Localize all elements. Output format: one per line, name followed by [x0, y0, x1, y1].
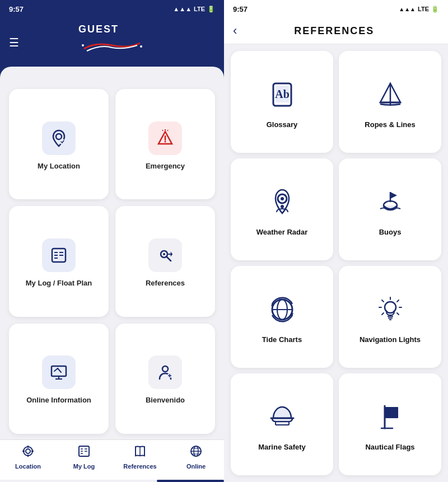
marine-safety-icon: [268, 403, 297, 436]
svg-point-23: [162, 366, 168, 372]
my-location-label: My Location: [38, 162, 80, 170]
globe-nav-icon: [189, 444, 203, 461]
nav-underline: [157, 480, 224, 482]
svg-line-21: [54, 368, 58, 371]
references-label: References: [146, 279, 185, 287]
online-icon-bg: [42, 355, 76, 389]
weather-label: Weather Radar: [256, 228, 308, 236]
grid-item-glossary[interactable]: Ab Glossary: [231, 51, 333, 153]
left-time: 9:57: [9, 5, 24, 13]
back-button[interactable]: ‹: [233, 24, 237, 38]
nautical-flags-icon: [376, 403, 405, 436]
grid-item-my-location[interactable]: My Location: [9, 89, 109, 199]
glossary-icon: Ab: [268, 80, 297, 114]
bienvenido-icon-bg: [148, 355, 182, 389]
buoys-label: Buoys: [379, 228, 402, 236]
grid-item-weather[interactable]: Weather Radar: [231, 158, 333, 260]
location-nav-icon: [21, 444, 35, 461]
svg-rect-9: [52, 249, 66, 262]
svg-rect-18: [52, 366, 66, 376]
emergency-icon-bg: [148, 121, 182, 155]
svg-point-28: [24, 447, 32, 456]
buoys-icon: [376, 188, 405, 221]
right-header-title: REFERENCES: [246, 25, 439, 37]
left-header: ☰ GUEST: [0, 18, 224, 67]
svg-text:Ab: Ab: [275, 88, 290, 100]
svg-line-69: [382, 300, 384, 302]
book-nav-icon: [133, 444, 147, 461]
log-nav-icon: [77, 444, 91, 461]
ropes-label: Ropes & Lines: [365, 120, 415, 129]
left-status-right: ▲▲▲ LTE 🔋: [173, 6, 215, 13]
svg-point-16: [163, 253, 165, 255]
svg-point-0: [82, 44, 84, 46]
weather-icon: [268, 188, 297, 221]
nav-item-references[interactable]: References: [112, 444, 168, 471]
svg-point-53: [281, 205, 284, 208]
nav-location-label: Location: [15, 463, 41, 470]
glossary-label: Glossary: [267, 120, 298, 129]
svg-line-7: [167, 130, 168, 131]
right-panel: 9:57 ▲▲▲ LTE 🔋 ‹ REFERENCES Ab Glossary: [224, 0, 448, 482]
svg-rect-33: [79, 446, 89, 456]
svg-line-22: [58, 368, 61, 372]
ropes-icon: [376, 80, 405, 114]
svg-point-1: [140, 45, 142, 48]
svg-line-67: [397, 300, 399, 302]
grid-item-online-info[interactable]: Online Information: [9, 324, 109, 434]
nav-references-label: References: [123, 463, 156, 470]
right-status-right: ▲▲▲ LTE 🔋: [399, 6, 439, 13]
nav-item-my-log[interactable]: My Log: [56, 444, 112, 471]
bienvenido-label: Bienvenido: [146, 396, 185, 404]
emergency-label: Emergency: [146, 162, 185, 170]
nav-lights-icon: [376, 295, 405, 329]
online-info-label: Online Information: [26, 396, 91, 404]
svg-point-2: [56, 134, 62, 139]
right-time: 9:57: [233, 5, 248, 13]
nav-item-online[interactable]: Online: [168, 444, 224, 471]
references-grid: Ab Glossary Ropes & Lines: [224, 44, 448, 482]
svg-line-17: [166, 256, 171, 261]
grid-item-nautical-flags[interactable]: Nautical Flags: [339, 373, 441, 475]
svg-line-8: [162, 130, 163, 131]
svg-point-3: [59, 139, 65, 144]
my-log-label: My Log / Float Plan: [26, 279, 92, 287]
svg-point-27: [26, 449, 30, 453]
log-icon-bg: [42, 238, 76, 272]
left-status-bar: 9:57 ▲▲▲ LTE 🔋: [0, 0, 224, 18]
grid-item-tide[interactable]: Tide Charts: [231, 266, 333, 368]
svg-line-72: [382, 313, 384, 315]
nav-lights-label: Navigation Lights: [360, 335, 421, 344]
marine-safety-label: Marine Safety: [258, 443, 306, 451]
hamburger-icon[interactable]: ☰: [9, 36, 19, 49]
grid-item-buoys[interactable]: Buoys: [339, 158, 441, 260]
header-curve: [0, 67, 224, 83]
right-signal-icon: ▲▲▲: [399, 6, 416, 12]
grid-item-emergency[interactable]: Emergency: [115, 89, 215, 199]
location-icon-bg: [42, 121, 76, 155]
grid-item-ropes[interactable]: Ropes & Lines: [339, 51, 441, 153]
svg-rect-77: [385, 407, 398, 418]
left-signal-icon: ▲▲▲: [173, 6, 192, 12]
svg-point-5: [165, 141, 166, 142]
grid-item-bienvenido[interactable]: Bienvenido: [115, 324, 215, 434]
nav-my-log-label: My Log: [73, 463, 95, 470]
references-icon-bg: [148, 238, 182, 272]
grid-item-my-log[interactable]: My Log / Float Plan: [9, 206, 109, 316]
grid-item-nav-lights[interactable]: Navigation Lights: [339, 266, 441, 368]
svg-point-52: [281, 197, 284, 200]
nav-item-location[interactable]: Location: [0, 444, 56, 471]
tide-icon: [268, 295, 297, 329]
right-lte: LTE: [418, 6, 429, 12]
left-battery-icon: 🔋: [207, 6, 215, 13]
grid-item-references[interactable]: References: [115, 206, 215, 316]
nav-online-label: Online: [186, 463, 206, 470]
left-panel: 9:57 ▲▲▲ LTE 🔋 ☰ GUEST: [0, 0, 224, 482]
left-grid: My Location Emergency: [0, 83, 224, 439]
right-battery-icon: 🔋: [431, 6, 439, 13]
left-header-title: GUEST: [78, 24, 146, 35]
grid-item-marine-safety[interactable]: Marine Safety: [231, 373, 333, 475]
svg-marker-56: [390, 192, 397, 199]
left-lte: LTE: [194, 6, 205, 12]
tide-label: Tide Charts: [262, 335, 302, 344]
